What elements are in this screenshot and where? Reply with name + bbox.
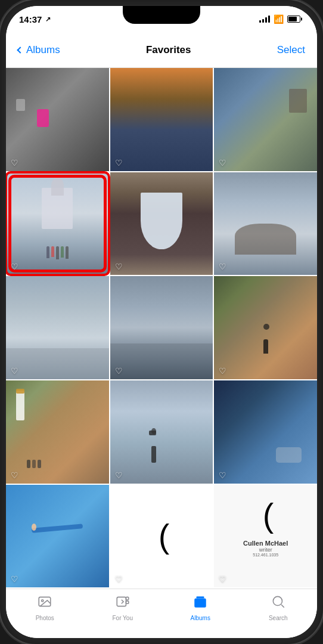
photo-placeholder-11 (110, 380, 213, 484)
tab-albums[interactable]: Albums (162, 594, 240, 621)
back-label: Albums (26, 44, 60, 56)
svg-point-1 (42, 600, 44, 602)
select-button[interactable]: Select (277, 44, 305, 56)
photo-placeholder-3 (214, 68, 317, 171)
photo-placeholder-14: ) (110, 485, 213, 588)
tab-bar: Photos For You (6, 589, 317, 638)
photo-cell-7[interactable]: ♡ (6, 276, 109, 379)
photo-cell-11[interactable]: ♡ (110, 380, 213, 484)
time-display: 14:37 (19, 14, 42, 24)
photo-cell-12[interactable]: ♡ (214, 380, 317, 484)
photo-cell-2[interactable]: ♡ (110, 68, 213, 171)
tab-photos[interactable]: Photos (6, 594, 84, 621)
heart-icon-7: ♡ (11, 366, 18, 376)
status-icons: 📶 (259, 14, 300, 24)
phone-inner: 14:37 ↗ 📶 Albums (6, 6, 317, 638)
search-tab-label: Search (269, 615, 288, 621)
photo-cell-14[interactable]: ) ♡ (110, 485, 213, 588)
svg-rect-3 (126, 597, 128, 599)
svg-rect-5 (195, 599, 207, 608)
photo-placeholder-13 (6, 485, 109, 588)
heart-icon-14: ♡ (115, 574, 123, 584)
grid-row-1: ♡ ♡ ♡ (6, 68, 317, 171)
nav-title: Favorites (146, 44, 191, 56)
svg-point-7 (273, 596, 282, 605)
photo-cell-1[interactable]: ♡ (6, 68, 109, 171)
for-you-tab-label: For You (113, 615, 133, 621)
for-you-tab-icon (115, 594, 131, 613)
photo-placeholder-2 (110, 68, 213, 171)
heart-icon-10: ♡ (11, 470, 18, 480)
contact-phone: 512.461.1035 (243, 553, 288, 557)
tab-for-you[interactable]: For You (84, 594, 162, 621)
grid-row-3: ♡ ♡ ♡ (6, 276, 317, 379)
heart-icon-4: ♡ (11, 262, 18, 271)
chevron-left-icon (17, 47, 23, 53)
photo-placeholder-8 (110, 276, 213, 379)
photo-grid: ♡ ♡ ♡ (6, 68, 317, 589)
photo-placeholder-9 (214, 276, 317, 379)
photo-placeholder-4 (6, 172, 109, 275)
contact-text: Cullen McHael writer 512.461.1035 (243, 540, 288, 557)
status-bar: 14:37 ↗ 📶 (6, 6, 317, 32)
battery-icon (287, 16, 300, 23)
svg-rect-6 (197, 596, 204, 598)
tab-search[interactable]: Search (240, 594, 318, 621)
heart-icon-2: ♡ (115, 158, 123, 168)
albums-tab-icon (192, 594, 208, 613)
heart-icon-6: ♡ (219, 262, 226, 271)
wifi-icon: 📶 (274, 14, 284, 24)
grid-row-4: ♡ ♡ ♡ (6, 380, 317, 484)
photo-cell-5[interactable]: ♡ (110, 172, 213, 275)
photo-placeholder-5 (110, 172, 213, 275)
svg-rect-4 (126, 601, 128, 603)
heart-icon-8: ♡ (115, 366, 123, 376)
heart-icon-9: ♡ (219, 366, 226, 376)
albums-tab-label: Albums (191, 615, 210, 621)
grid-row-5: ♡ ) ♡ ) (6, 485, 317, 588)
heart-icon-13: ♡ (11, 574, 18, 584)
svg-rect-2 (117, 597, 126, 606)
photos-tab-label: Photos (36, 615, 54, 621)
photo-cell-15[interactable]: ) Cullen McHael writer 512.461.1035 ♡ (214, 485, 317, 588)
photos-tab-icon (37, 594, 52, 613)
contact-title: writer (243, 547, 288, 553)
photo-cell-4[interactable]: ♡ (6, 172, 109, 275)
status-time: 14:37 ↗ (19, 14, 51, 24)
photo-placeholder-1 (6, 68, 109, 171)
photo-cell-3[interactable]: ♡ (214, 68, 317, 171)
contact-name: Cullen McHael (243, 540, 288, 547)
heart-icon-12: ♡ (219, 470, 226, 480)
photo-cell-9[interactable]: ♡ (214, 276, 317, 379)
notch (123, 6, 200, 24)
photo-cell-8[interactable]: ♡ (110, 276, 213, 379)
phone-frame: 14:37 ↗ 📶 Albums (0, 0, 323, 644)
signal-bars-icon (259, 16, 270, 23)
nav-bar: Albums Favorites Select (6, 32, 317, 68)
heart-icon-1: ♡ (11, 158, 18, 168)
photo-cell-6[interactable]: ♡ (214, 172, 317, 275)
heart-icon-5: ♡ (115, 262, 123, 271)
heart-icon-11: ♡ (115, 470, 123, 480)
grid-row-2: ♡ ♡ ♡ (6, 172, 317, 275)
heart-icon-15: ♡ (219, 574, 226, 584)
photo-placeholder-6 (214, 172, 317, 275)
photo-placeholder-12 (214, 380, 317, 484)
back-button[interactable]: Albums (18, 44, 60, 56)
screen: 14:37 ↗ 📶 Albums (6, 6, 317, 638)
search-tab-icon (271, 594, 286, 613)
photo-placeholder-15: ) Cullen McHael writer 512.461.1035 (214, 485, 317, 588)
location-arrow-icon: ↗ (45, 16, 51, 23)
photo-placeholder-10 (6, 380, 109, 484)
heart-icon-3: ♡ (219, 158, 226, 168)
photo-cell-13[interactable]: ♡ (6, 485, 109, 588)
photo-placeholder-7 (6, 276, 109, 379)
photo-cell-10[interactable]: ♡ (6, 380, 109, 484)
